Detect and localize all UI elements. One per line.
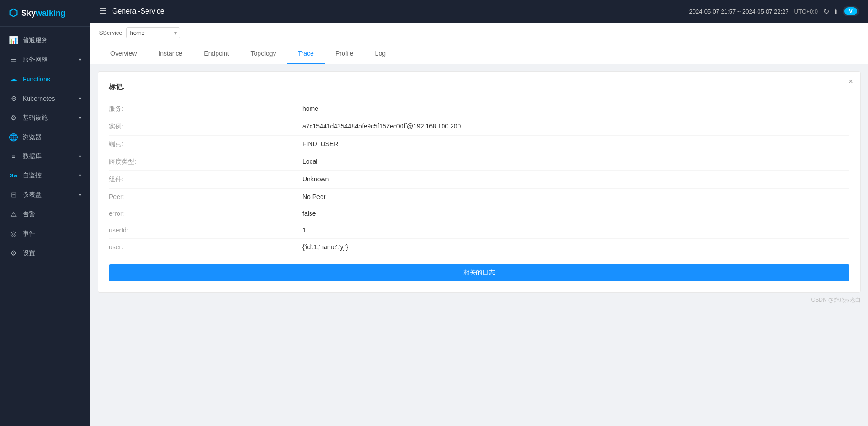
row-value: No Peer: [299, 189, 849, 205]
sidebar-item-label: 自监控: [23, 171, 42, 180]
sidebar-item-label: 数据库: [23, 152, 42, 161]
utc-badge: UTC+0:0: [794, 8, 818, 15]
row-value: FIND_USER: [299, 136, 849, 153]
info-icon[interactable]: ℹ: [835, 7, 837, 16]
row-label: 组件:: [109, 171, 299, 189]
table-row: 实例: a7c15441d4354484bfe9c5f157ec00ff@192…: [109, 118, 849, 136]
datetime-display: 2024-05-07 21:57 ~ 2024-05-07 22:27: [689, 8, 788, 15]
chevron-down-icon: ▾: [79, 57, 81, 63]
alert-icon: ⚠: [9, 210, 18, 218]
header-left: ☰ General-Service: [99, 6, 165, 16]
content-area: × 标记. 服务: home 实例: a7c15441d4354484bfe9c…: [90, 64, 868, 426]
table-row: 跨度类型: Local: [109, 153, 849, 171]
table-row: error: false: [109, 205, 849, 222]
close-icon[interactable]: ×: [848, 77, 853, 85]
sidebar-item-dashboard[interactable]: ⊞ 仪表盘 ▾: [0, 185, 90, 204]
row-label: userId:: [109, 222, 299, 239]
tab-log[interactable]: Log: [364, 43, 396, 64]
sidebar-nav: 📊 普通服务 ☰ 服务网格 ▾ ☁ Functions ⊕ Kubernetes…: [0, 27, 90, 426]
mesh-icon: ☰: [9, 55, 18, 64]
sw-icon: Sw: [9, 173, 18, 178]
sidebar-item-label: Kubernetes: [23, 95, 55, 102]
infra-icon: ⚙: [9, 114, 18, 122]
sidebar-item-functions[interactable]: ☁ Functions: [0, 69, 90, 89]
table-row: 服务: home: [109, 100, 849, 118]
row-value: a7c15441d4354484bfe9c5f157ec00ff@192.168…: [299, 118, 849, 136]
row-label: 服务:: [109, 100, 299, 118]
chevron-down-icon: ▾: [79, 153, 81, 160]
chevron-down-icon: ▾: [79, 95, 81, 102]
row-value: Unknown: [299, 171, 849, 189]
table-row: userId: 1: [109, 222, 849, 239]
sidebar-item-label: 告警: [23, 210, 35, 218]
globe-icon: 🌐: [9, 133, 18, 142]
tab-profile[interactable]: Profile: [325, 43, 364, 64]
sidebar-item-database[interactable]: ≡ 数据库 ▾: [0, 147, 90, 166]
sidebar-item-label: 普通服务: [23, 36, 48, 44]
database-icon: ≡: [9, 152, 18, 161]
row-value: false: [299, 205, 849, 222]
detail-table: 服务: home 实例: a7c15441d4354484bfe9c5f157e…: [109, 100, 849, 255]
sidebar-item-event[interactable]: ◎ 事件: [0, 224, 90, 243]
sidebar-item-label: 事件: [23, 230, 35, 238]
event-icon: ◎: [9, 229, 18, 238]
detail-card: × 标记. 服务: home 实例: a7c15441d4354484bfe9c…: [98, 71, 861, 293]
gear-icon: ⚙: [9, 249, 18, 257]
related-logs-button[interactable]: 相关的日志: [109, 264, 849, 281]
toggle-v-button[interactable]: V: [844, 7, 857, 15]
row-label: user:: [109, 239, 299, 256]
row-value: {'id':1,'name':'yj'}: [299, 239, 849, 256]
chevron-down-icon: ▾: [79, 115, 81, 121]
service-select-wrapper[interactable]: home: [126, 27, 180, 38]
sidebar-item-browser[interactable]: 🌐 浏览器: [0, 128, 90, 147]
sidebar-item-label: 服务网格: [23, 56, 48, 64]
page-title: General-Service: [112, 7, 165, 15]
sidebar-item-normal-service[interactable]: 📊 普通服务: [0, 30, 90, 50]
header-right: 2024-05-07 21:57 ~ 2024-05-07 22:27 UTC+…: [689, 6, 859, 16]
section-title: 标记.: [109, 83, 849, 91]
top-header: ☰ General-Service 2024-05-07 21:57 ~ 202…: [90, 0, 868, 23]
dashboard-icon: ⊞: [9, 190, 18, 199]
toggle-control[interactable]: V: [843, 6, 859, 16]
chevron-down-icon: ▾: [79, 192, 81, 198]
service-bar: $Service home: [90, 23, 868, 43]
tab-topology[interactable]: Topology: [240, 43, 287, 64]
tab-endpoint[interactable]: Endpoint: [193, 43, 240, 64]
refresh-icon[interactable]: ↻: [823, 7, 829, 16]
sidebar-item-settings[interactable]: ⚙ 设置: [0, 243, 90, 263]
row-value: Local: [299, 153, 849, 171]
tab-trace[interactable]: Trace: [287, 43, 325, 64]
logo: ⬡ Skywalking: [0, 0, 90, 27]
tab-overview[interactable]: Overview: [99, 43, 147, 64]
service-select[interactable]: home: [126, 27, 180, 38]
sidebar-item-label: Functions: [23, 76, 50, 83]
cloud-icon: ☁: [9, 75, 18, 83]
sidebar-item-kubernetes[interactable]: ⊕ Kubernetes ▾: [0, 89, 90, 108]
sidebar-item-infrastructure[interactable]: ⚙ 基础设施 ▾: [0, 108, 90, 128]
row-label: error:: [109, 205, 299, 222]
sidebar-item-label: 浏览器: [23, 133, 42, 142]
logo-text: Skywalking: [21, 9, 66, 18]
chevron-down-icon: ▾: [79, 172, 81, 179]
sidebar-item-alert[interactable]: ⚠ 告警: [0, 204, 90, 224]
row-label: 实例:: [109, 118, 299, 136]
table-row: 端点: FIND_USER: [109, 136, 849, 153]
bar-chart-icon: 📊: [9, 36, 18, 44]
sidebar-item-label: 仪表盘: [23, 191, 42, 199]
sidebar-item-label: 设置: [23, 249, 35, 257]
sidebar-item-service-mesh[interactable]: ☰ 服务网格 ▾: [0, 50, 90, 69]
table-row: Peer: No Peer: [109, 189, 849, 205]
row-value: home: [299, 100, 849, 118]
table-row: 组件: Unknown: [109, 171, 849, 189]
logo-icon: ⬡: [9, 7, 18, 19]
service-label: $Service: [99, 29, 123, 36]
menu-icon[interactable]: ☰: [99, 6, 107, 16]
row-value: 1: [299, 222, 849, 239]
row-label: Peer:: [109, 189, 299, 205]
watermark: CSDN @炸鸡叔老白: [98, 296, 861, 304]
row-label: 跨度类型:: [109, 153, 299, 171]
sidebar-item-self-monitor[interactable]: Sw 自监控 ▾: [0, 166, 90, 185]
table-row: user: {'id':1,'name':'yj'}: [109, 239, 849, 256]
kubernetes-icon: ⊕: [9, 94, 18, 103]
tab-instance[interactable]: Instance: [147, 43, 193, 64]
